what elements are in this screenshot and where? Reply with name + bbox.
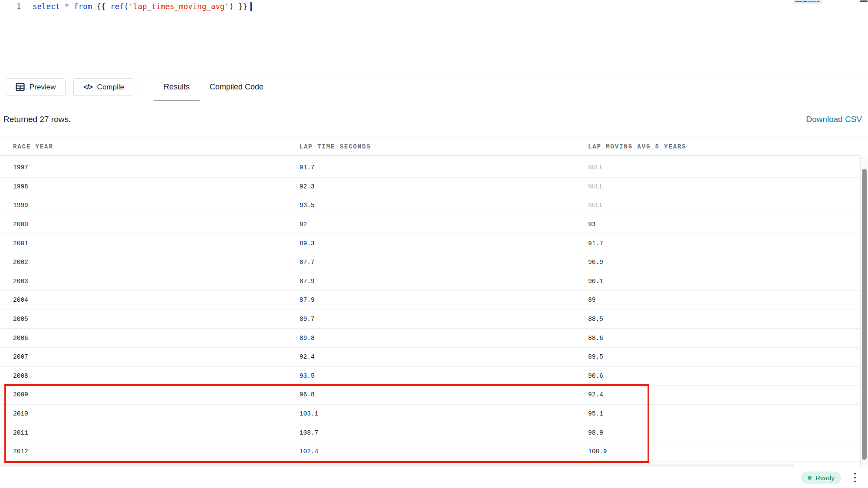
code-line-tokens: select * from {{ ref('lap_times_moving_a… [33, 2, 247, 11]
table-cell: 95.1 [588, 410, 860, 417]
table-cell: 96.8 [299, 391, 588, 398]
table-cell: 87.7 [299, 259, 588, 266]
table-row: 2010103.195.1 [0, 405, 860, 424]
table-cell: 2002 [0, 259, 299, 266]
horizontal-scrollbar-track[interactable] [0, 464, 794, 467]
table-row: 200287.790.9 [0, 253, 860, 272]
table-cell: 92 [299, 221, 588, 228]
status-bar: Ready [0, 467, 868, 488]
table-row: 20009293 [0, 215, 860, 234]
kebab-menu-icon[interactable] [852, 471, 858, 485]
table-cell: 92.4 [299, 353, 588, 360]
table-cell: 89 [588, 297, 860, 303]
toolbar-divider [144, 77, 144, 97]
table-cell: 87.9 [299, 297, 588, 303]
table-cell: NULL [588, 183, 860, 190]
ready-status-badge: Ready [801, 472, 841, 484]
table-cell: 89.8 [299, 335, 588, 342]
table-cell: 2009 [0, 391, 299, 398]
code-icon: </> [83, 83, 92, 91]
table-cell: 102.4 [299, 448, 588, 455]
table-cell: 88.6 [588, 335, 860, 342]
partial-row-bottom [0, 462, 860, 467]
table-cell: 103.1 [299, 410, 588, 417]
table-cell: 92.3 [299, 183, 588, 190]
table-cell: 91.7 [588, 240, 860, 247]
results-toolbar: Preview </> Compile ResultsCompiled Code [0, 73, 868, 101]
table-cell: 1997 [0, 164, 299, 171]
table-row: 200589.788.5 [0, 310, 860, 329]
minimap-mark [803, 1, 807, 2]
code-token: {{ [92, 2, 110, 11]
row-count-summary: Returned 27 rows. [3, 115, 71, 124]
table-row: 200387.990.1 [0, 272, 860, 291]
table-scrollbar-thumb[interactable] [862, 169, 867, 460]
minimap-mark [795, 1, 802, 2]
table-cell: 87.9 [299, 278, 588, 285]
table-row: 200689.888.6 [0, 329, 860, 348]
table-cell: 2012 [0, 448, 299, 455]
code-token: ref [110, 2, 124, 11]
code-token [69, 2, 74, 11]
table-cell: 2007 [0, 353, 299, 360]
table-cell: 88.5 [588, 316, 860, 323]
ready-status-dot-icon [808, 476, 812, 480]
table-row: 199791.7NULL [0, 158, 860, 178]
code-token: ) [229, 2, 234, 11]
column-header: LAP_TIME_SECONDS [299, 143, 588, 150]
table-cell: NULL [588, 202, 860, 209]
table-cell: 89.5 [588, 353, 860, 360]
editor-scrollbar-thumb[interactable] [860, 0, 868, 2]
table-cell: 1999 [0, 202, 299, 209]
table-cell: 98.9 [588, 429, 860, 436]
table-cell: 91.7 [299, 164, 588, 171]
preview-button-label: Preview [30, 83, 56, 92]
table-cell: 2010 [0, 410, 299, 417]
table-row: 2012102.4100.9 [0, 442, 860, 462]
tab-compiled-code[interactable]: Compiled Code [200, 73, 273, 101]
download-csv-link[interactable]: Download CSV [806, 115, 862, 124]
compile-button[interactable]: </> Compile [73, 78, 134, 96]
table-cell: 2005 [0, 316, 299, 323]
code-line[interactable]: select * from {{ ref('lap_times_moving_a… [33, 2, 252, 11]
code-token: select [33, 2, 60, 11]
sql-editor[interactable]: 1 select * from {{ ref('lap_times_moving… [0, 0, 868, 73]
table-cell: 89.3 [299, 240, 588, 247]
table-row: 200189.391.7 [0, 234, 860, 253]
table-cell: 92.4 [588, 391, 860, 398]
table-cell: 89.7 [299, 316, 588, 323]
table-header-row: RACE_YEARLAP_TIME_SECONDSLAP_MOVING_AVG_… [0, 138, 860, 156]
tab-results[interactable]: Results [154, 73, 200, 101]
table-cell: 108.7 [299, 429, 588, 436]
table-cell: 93.5 [299, 202, 588, 209]
table-cell: 93.5 [299, 373, 588, 379]
table-cell: 2004 [0, 297, 299, 303]
table-cell: 90.9 [588, 259, 860, 266]
ready-status-label: Ready [815, 474, 834, 481]
kebab-dot [854, 473, 856, 475]
preview-button[interactable]: Preview [6, 78, 66, 96]
table-cell: 2008 [0, 373, 299, 379]
table-row: 200487.989 [0, 291, 860, 310]
text-cursor [250, 2, 252, 11]
results-header: Returned 27 rows. Download CSV [0, 101, 868, 138]
table-cell: 100.9 [588, 448, 860, 455]
editor-line-number: 1 [16, 2, 21, 11]
editor-minimap[interactable] [794, 0, 822, 3]
compile-button-label: Compile [97, 83, 124, 92]
minimap-mark [817, 1, 819, 2]
code-token: from [74, 2, 92, 11]
kebab-dot [854, 481, 856, 483]
results-tabs: ResultsCompiled Code [154, 73, 273, 101]
table-cell: 93 [588, 221, 860, 228]
code-token: 'lap_times_moving_avg' [128, 2, 229, 11]
table-row: 199892.3NULL [0, 178, 860, 197]
table-row: 200996.892.4 [0, 386, 860, 405]
code-token: ( [124, 2, 129, 11]
table-cell: 90.1 [588, 278, 860, 285]
table-grid-icon [16, 83, 25, 91]
minimap-mark [808, 1, 816, 2]
kebab-dot [854, 477, 856, 479]
table-body: 199791.7NULL199892.3NULL199993.5NULL2000… [0, 158, 860, 462]
table-cell: 2011 [0, 429, 299, 436]
